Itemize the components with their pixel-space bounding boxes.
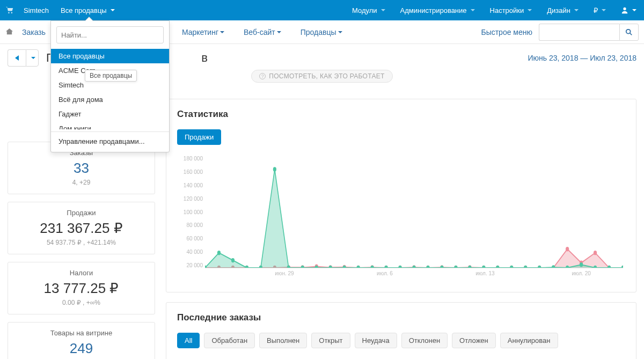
arrow-left-icon (15, 55, 19, 61)
svg-point-3 (626, 29, 631, 33)
vendor-dropdown: Все продавцыACME CorpSimtechВсё для дома… (50, 20, 170, 152)
stat-value: 33 (12, 160, 150, 177)
brand[interactable]: Simtech (24, 6, 49, 14)
stat-card: Продажи231 367.25 ₽54 937.75 ₽ , +421.14… (8, 202, 155, 254)
stat-sub: 0.00 ₽ , +∞% (12, 299, 150, 306)
y-tick: 60 000 (177, 236, 203, 241)
search-input[interactable] (539, 24, 619, 41)
vendor-item[interactable]: Дом книги (51, 121, 169, 129)
svg-point-60 (538, 266, 541, 268)
manage-vendors[interactable]: Управление продавцами... (51, 132, 169, 152)
svg-point-52 (426, 266, 429, 268)
svg-point-66 (621, 266, 623, 268)
date-range[interactable]: Июнь 23, 2018 — Июл 23, 2018 (528, 54, 636, 62)
filter-chip[interactable]: Выполнен (259, 333, 307, 348)
caret-down-icon (111, 9, 115, 11)
vendor-item[interactable]: Все продавцы (51, 49, 169, 63)
y-tick: 20 000 (177, 262, 203, 268)
filter-chip[interactable]: Неудача (355, 333, 397, 348)
info-icon: ? (259, 73, 266, 79)
y-tick: 140 000 (177, 182, 203, 188)
stat-sub: 4, +29 (12, 179, 150, 186)
caret-down-icon (574, 9, 579, 11)
y-tick: 80 000 (177, 222, 203, 228)
last-orders-title: Последние заказы (177, 312, 625, 323)
nav-Маркетинг[interactable]: Маркетинг (182, 28, 224, 36)
sales-chart: 180 000160 000140 000120 000100 00080 00… (177, 156, 625, 279)
x-tick: июл. 6 (377, 270, 393, 276)
how-it-works[interactable]: ? ПОСМОТРЕТЬ, КАК ЭТО РАБОТАЕТ (251, 70, 392, 83)
quick-menu[interactable]: Быстрое меню (481, 28, 532, 36)
svg-point-31 (566, 247, 569, 251)
svg-point-33 (594, 251, 597, 255)
y-tick: 120 000 (177, 196, 203, 202)
filter-chip[interactable]: Аннулирован (500, 333, 558, 348)
sales-button[interactable]: Продажи (177, 129, 221, 145)
vendor-item[interactable]: Всё для дома (51, 92, 169, 107)
x-tick: июн. 29 (275, 270, 294, 276)
svg-point-49 (384, 266, 387, 268)
caret-down-icon (471, 9, 475, 11)
vendor-item[interactable]: Гаджет (51, 107, 169, 121)
home-icon[interactable] (5, 27, 13, 37)
search-button[interactable] (619, 24, 639, 41)
vendor-tooltip: Все продавцы (85, 70, 137, 82)
svg-point-57 (496, 266, 499, 268)
svg-point-47 (357, 266, 360, 268)
caret-down-icon (338, 31, 342, 33)
how-it-works-label: ПОСМОТРЕТЬ, КАК ЭТО РАБОТАЕТ (269, 72, 384, 80)
y-tick: 160 000 (177, 169, 203, 175)
filter-chip[interactable]: Обработан (204, 333, 255, 348)
caret-down-icon (632, 9, 636, 11)
stat-sub: 54 937.75 ₽ , +421.14% (12, 239, 150, 246)
caret-down-icon (602, 9, 606, 11)
filter-chip[interactable]: All (177, 333, 200, 348)
svg-point-63 (580, 262, 583, 267)
caret-down-icon (528, 9, 532, 11)
svg-point-58 (510, 266, 513, 268)
nav-Заказы[interactable]: Заказы (22, 28, 46, 36)
stat-card: Налоги13 777.25 ₽0.00 ₽ , +∞% (8, 262, 155, 314)
currency-switcher[interactable]: ₽ (591, 6, 608, 14)
svg-point-56 (482, 266, 485, 268)
top-menu-Настройки[interactable]: Настройки (488, 6, 535, 14)
top-menu-Модули[interactable]: Модули (350, 6, 387, 14)
filter-chip[interactable]: Отклонен (401, 333, 448, 348)
stat-title: Товары на витрине (12, 329, 150, 337)
svg-line-4 (630, 33, 632, 35)
svg-point-41 (273, 167, 276, 171)
filter-chip[interactable]: Открыт (311, 333, 350, 348)
user-icon (621, 6, 628, 14)
svg-point-39 (245, 266, 248, 268)
user-menu[interactable] (619, 6, 639, 14)
svg-point-1 (11, 12, 12, 13)
top-menu-Дизайн[interactable]: Дизайн (545, 6, 581, 14)
stat-title: Продажи (12, 209, 150, 217)
stat-value: 249 (12, 340, 150, 357)
vendor-switcher-label: Все продавцы (61, 6, 107, 14)
vendor-switcher[interactable]: Все продавцы (58, 6, 117, 14)
top-menu-Администрирование[interactable]: Администрирование (398, 6, 477, 14)
svg-point-0 (8, 12, 9, 13)
cart-icon[interactable] (5, 6, 14, 14)
caret-down-icon (277, 31, 281, 33)
stats-title: Статистика (177, 109, 625, 120)
vendor-search-input[interactable] (56, 26, 164, 43)
svg-point-2 (623, 8, 626, 10)
nav-Продавцы[interactable]: Продавцы (301, 28, 342, 36)
caret-down-icon (31, 57, 35, 59)
back-dropdown[interactable] (26, 49, 39, 67)
stat-card: Товары на витрине249 (8, 322, 155, 359)
filter-chip[interactable]: Отложен (452, 333, 496, 348)
back-button[interactable] (8, 49, 26, 67)
svg-point-59 (524, 266, 527, 268)
y-tick: 40 000 (177, 249, 203, 255)
svg-point-54 (454, 266, 457, 268)
y-tick: 180 000 (177, 156, 203, 162)
x-tick: июл. 13 (475, 270, 494, 276)
svg-point-50 (398, 266, 401, 268)
caret-down-icon (381, 9, 385, 11)
x-tick: июл. 20 (572, 270, 590, 276)
svg-point-37 (217, 251, 221, 255)
nav-Веб-сайт[interactable]: Веб-сайт (244, 28, 281, 36)
